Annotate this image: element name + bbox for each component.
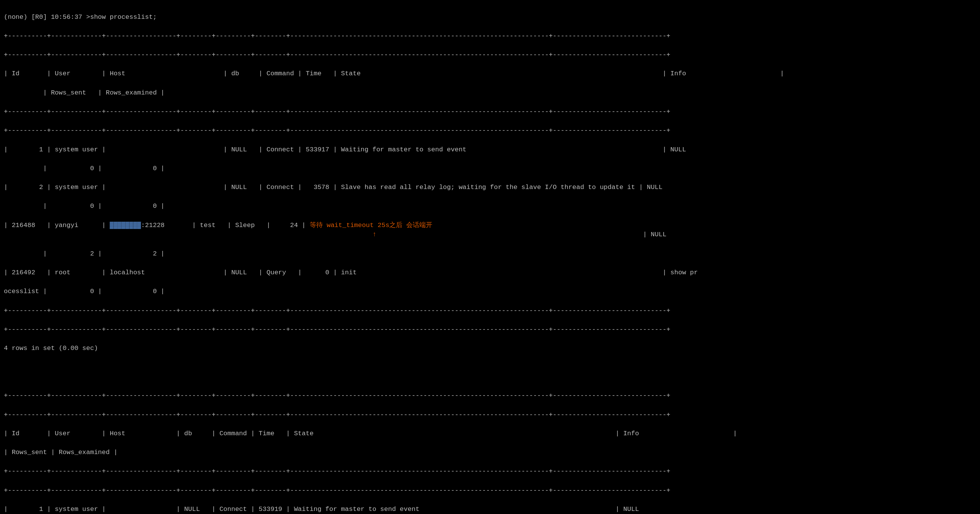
result-1: 4 rows in set (0.00 sec) [4,344,976,353]
header-row-3: | Id | User | Host | db | Command | Time… [4,429,976,439]
separator-2: +----------+-------------+--------------… [4,50,976,60]
data-row-2a: | 2 | system user | | NULL | Connect | 3… [4,183,976,192]
separator-10: +----------+-------------+--------------… [4,486,976,496]
data-row-2b: | 0 | 0 | [4,202,976,211]
separator-9: +----------+-------------+--------------… [4,467,976,476]
separator-8: +----------+-------------+--------------… [4,410,976,420]
separator-3: +----------+-------------+--------------… [4,107,976,117]
separator-5: +----------+-------------+--------------… [4,306,976,316]
separator-1: +----------+-------------+--------------… [4,32,976,41]
header-row-2: | Rows_sent | Rows_examined | [4,88,976,98]
data-row-1a: | 1 | system user | | NULL | Connect | 5… [4,145,976,155]
data-row-1b: | 0 | 0 | [4,164,976,174]
separator-6: +----------+-------------+--------------… [4,325,976,335]
data-row-4a: | 216492 | root | localhost | NULL | Que… [4,268,976,278]
data-row-4b: ocesslist | 0 | 0 | [4,287,976,297]
annotation-text: 等待 wait_timeout 25s之后 会话端开 ↑ [4,222,432,239]
command-line-1: (none) [R0] 10:56:37 >show processlist; [4,13,976,22]
data-row-3a: | 216488 | yangyi | ▓▓▓▓▓▓▓▓:21228 | tes… [4,221,976,240]
data-row-3b: | 2 | 2 | [4,249,976,259]
separator-7: +----------+-------------+--------------… [4,391,976,401]
header-row-1: | Id | User | Host | db | Command | Time… [4,69,976,79]
separator-4: +----------+-------------+--------------… [4,126,976,136]
data-row-5a: | 1 | system user | | NULL | Connect | 5… [4,505,976,514]
header-row-4: | Rows_sent | Rows_examined | [4,448,976,458]
terminal-output: (none) [R0] 10:56:37 >show processlist; … [0,3,980,514]
blank-line [4,363,976,372]
